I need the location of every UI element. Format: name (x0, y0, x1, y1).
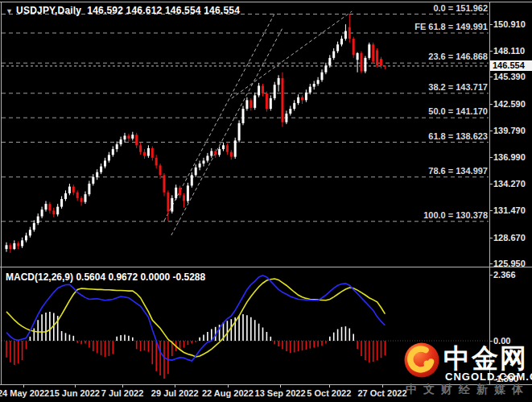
price-axis-tick-label: 128.670 (493, 233, 526, 243)
macd-title: MACD(12,26,9) 0.5604 0.9672 0.0000 -0.52… (6, 271, 205, 283)
price-tick-mark (489, 184, 493, 184)
fib-level-label: 23.6 = 146.868 (266, 52, 488, 62)
price-axis-tick-label: 131.470 (493, 205, 526, 216)
window-left-border (1, 2, 2, 384)
fib-level-label: 100.0 = 130.378 (266, 210, 488, 221)
date-tick-mark (382, 384, 383, 387)
price-axis-tick-label: 136.990 (493, 152, 526, 163)
cngold-logo-icon (404, 342, 440, 379)
price-tick-mark (489, 104, 493, 105)
current-price-badge: 146.554 (490, 60, 532, 71)
date-tick-mark (228, 384, 229, 387)
price-axis-tick-label: 134.270 (493, 179, 526, 189)
price-axis-tick-label: 148.110 (493, 46, 525, 56)
macd-indicator-label: MACD(12,26,9) (6, 271, 73, 283)
price-tick-mark (489, 263, 493, 264)
collapse-arrow-icon[interactable]: ▼ (6, 7, 13, 15)
date-tick-mark (175, 384, 175, 387)
price-tick-mark (489, 131, 493, 131)
date-tick-mark (122, 384, 123, 387)
terminal-window: ▼USDJPY,Daily 146.592 146.612 146.554 14… (0, 0, 532, 402)
panel-separator[interactable] (0, 267, 532, 267)
price-tick-mark (489, 210, 493, 211)
date-tick-mark (75, 384, 76, 387)
price-axis-tick-label: 125.950 (493, 259, 526, 269)
fib-level-label: 0.0 = 151.962 (266, 3, 488, 14)
fib-level-label: FE 61.8 = 149.991 (266, 22, 488, 32)
date-tick-mark (23, 384, 24, 387)
chart-title: ▼USDJPY,Daily 146.592 146.612 146.554 14… (6, 5, 240, 16)
price-axis-tick-label: 145.390 (493, 72, 526, 82)
macd-tick-mark (489, 275, 493, 276)
watermark-text: 中文财经新媒体 (406, 383, 530, 397)
ohlc-quote: 146.592 146.612 146.554 146.554 (87, 5, 240, 16)
cngold-logo: 中金网 CNGOLD.COM.CN (404, 342, 532, 384)
fib-level-label: 61.8 = 138.623 (266, 131, 488, 142)
price-axis-tick-label: 142.590 (493, 99, 526, 110)
fib-level-label: 78.6 = 134.997 (266, 166, 488, 176)
date-tick-mark (329, 384, 330, 387)
symbol-timeframe-label: USDJPY,Daily (16, 5, 81, 16)
price-tick-mark (489, 77, 493, 77)
fib-level-label: 38.2 = 143.717 (266, 82, 488, 93)
price-axis-tick-label: 139.790 (493, 126, 526, 136)
price-tick-mark (489, 24, 493, 25)
date-tick-mark (280, 384, 281, 387)
price-axis-tick-label: 150.910 (493, 19, 526, 30)
price-tick-mark (489, 51, 493, 52)
price-tick-mark (489, 157, 493, 158)
macd-readout: 0.5604 0.9672 0.0000 -0.5288 (76, 271, 205, 283)
macd-axis-tick-label: 2.366 (493, 270, 516, 280)
price-tick-mark (489, 238, 493, 238)
fib-level-label: 50.0 = 141.170 (266, 106, 488, 117)
price-axis-separator (489, 2, 490, 384)
logo-domain: CNGOLD.COM.CN (445, 371, 532, 383)
